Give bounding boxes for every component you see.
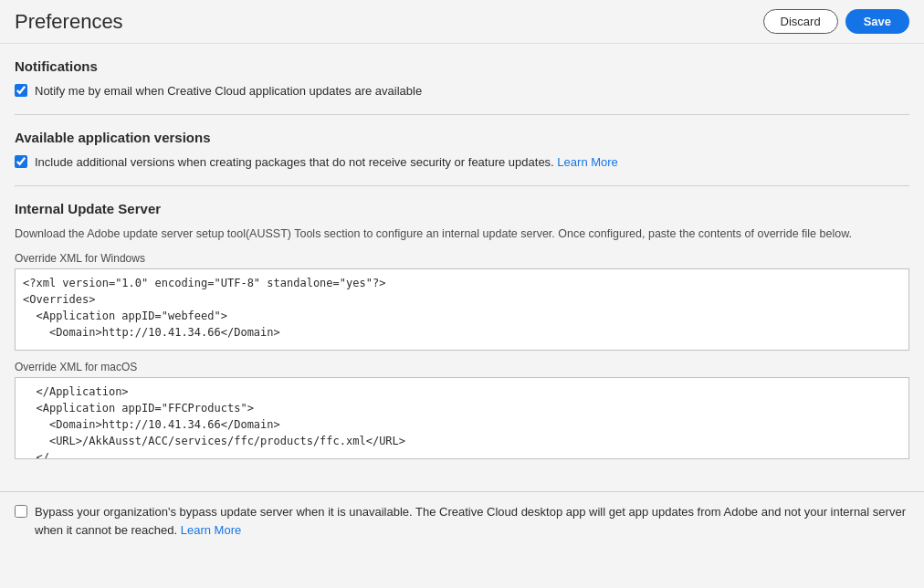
available-versions-title: Available application versions bbox=[15, 130, 909, 145]
available-versions-checkbox-row: Include additional versions when creatin… bbox=[15, 154, 909, 171]
bypass-label: Bypass your organization's bypass update… bbox=[35, 503, 909, 539]
available-versions-learn-more[interactable]: Learn More bbox=[557, 155, 617, 169]
header: Preferences Discard Save bbox=[0, 0, 924, 44]
page-container: Preferences Discard Save Notifications N… bbox=[0, 0, 924, 588]
notifications-checkbox[interactable] bbox=[15, 84, 27, 97]
notifications-label: Notify me by email when Creative Cloud a… bbox=[35, 83, 422, 100]
available-versions-label: Include additional versions when creatin… bbox=[35, 154, 618, 171]
internal-update-server-title: Internal Update Server bbox=[15, 201, 909, 216]
header-actions: Discard Save bbox=[763, 9, 909, 34]
content: Notifications Notify me by email when Cr… bbox=[0, 44, 924, 477]
windows-xml-wrapper: <?xml version="1.0" encoding="UTF-8" sta… bbox=[15, 268, 909, 353]
discard-button[interactable]: Discard bbox=[763, 9, 838, 34]
notifications-title: Notifications bbox=[15, 58, 909, 74]
save-button[interactable]: Save bbox=[845, 9, 909, 34]
notifications-section: Notifications Notify me by email when Cr… bbox=[15, 58, 909, 115]
page-title: Preferences bbox=[15, 10, 123, 34]
macos-xml-wrapper: </Application> <Application appID="FFCPr… bbox=[15, 377, 909, 462]
notifications-checkbox-row: Notify me by email when Creative Cloud a… bbox=[15, 83, 909, 100]
macos-xml-label: Override XML for macOS bbox=[15, 361, 909, 373]
windows-xml-textarea[interactable]: <?xml version="1.0" encoding="UTF-8" sta… bbox=[15, 268, 909, 351]
bypass-checkbox[interactable] bbox=[15, 505, 27, 518]
available-versions-section: Available application versions Include a… bbox=[15, 130, 909, 186]
bypass-row: Bypass your organization's bypass update… bbox=[0, 491, 924, 550]
bypass-learn-more[interactable]: Learn More bbox=[181, 523, 241, 537]
internal-update-server-section: Internal Update Server Download the Adob… bbox=[15, 201, 909, 477]
available-versions-checkbox[interactable] bbox=[15, 155, 27, 168]
windows-xml-label: Override XML for Windows bbox=[15, 252, 909, 265]
macos-xml-textarea[interactable]: </Application> <Application appID="FFCPr… bbox=[15, 377, 909, 459]
internal-update-server-desc: Download the Adobe update server setup t… bbox=[15, 226, 909, 243]
